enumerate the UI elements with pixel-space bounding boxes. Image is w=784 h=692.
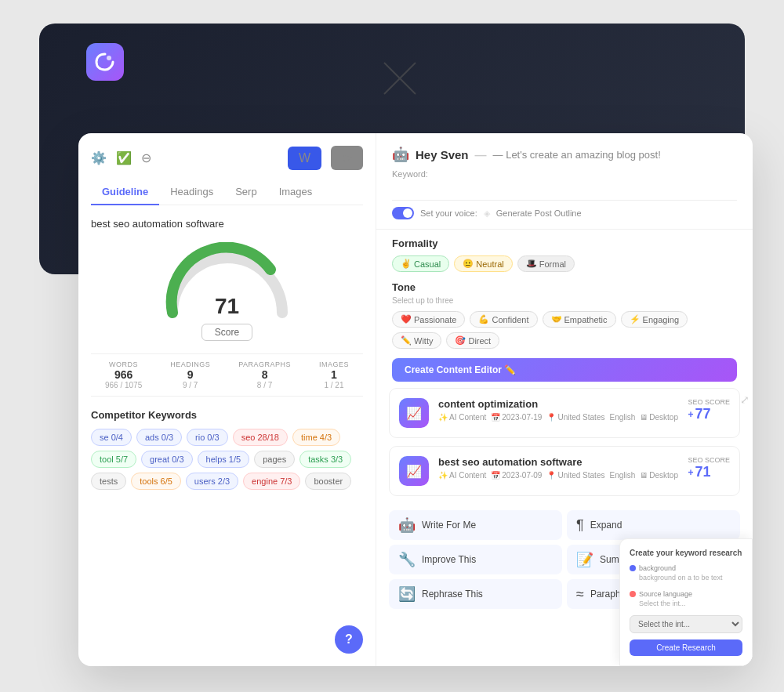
- research-item-1: backgroundbackground on a to be text: [630, 563, 742, 583]
- kw-time[interactable]: time 4/3: [292, 429, 340, 446]
- date-icon-2: 📅: [491, 471, 500, 480]
- formality-neutral[interactable]: 😐 Neutral: [454, 255, 512, 272]
- kw-ads[interactable]: ads 0/3: [136, 429, 182, 446]
- kw-tests[interactable]: tests: [91, 473, 126, 490]
- research-item-2: Source languageSelect the int...: [630, 589, 742, 609]
- images-value: 1: [319, 368, 349, 381]
- logo-area: [86, 43, 124, 81]
- stat-words: WORDS 966 966 / 1075: [105, 360, 142, 389]
- stats-row: WORDS 966 966 / 1075 HEADINGS 9 9 / 7 PA…: [91, 353, 363, 397]
- right-header: 🤖 Hey Sven — — Let's create an amazing b…: [376, 133, 753, 230]
- seo-score-val-2: 71: [688, 464, 730, 480]
- card-1-title: content optimization: [438, 398, 678, 410]
- wordpress-button[interactable]: W: [288, 147, 321, 170]
- keyword-input[interactable]: [392, 182, 737, 201]
- engaging-label: Engaging: [643, 315, 680, 324]
- kw-tasks[interactable]: tasks 3/3: [299, 451, 351, 468]
- card-2-info: best seo automation software ✨ AI Conten…: [438, 456, 678, 480]
- tone-empathetic[interactable]: 🤝 Empathetic: [543, 311, 616, 328]
- card-1-score: SEO Score 77: [688, 398, 730, 422]
- words-value: 966: [105, 368, 142, 381]
- minus-circle-icon[interactable]: ⊖: [141, 150, 151, 165]
- witty-emoji: ✏️: [401, 335, 412, 346]
- direct-emoji: 🎯: [455, 335, 466, 346]
- kw-users[interactable]: users 2/3: [186, 473, 238, 490]
- location-icon: 📍: [546, 413, 556, 422]
- tone-witty[interactable]: ✏️ Witty: [392, 332, 441, 349]
- paragraphs-label: PARAGRAPHS: [238, 360, 291, 368]
- formality-casual[interactable]: ✌️ Casual: [392, 255, 449, 272]
- kw-tools[interactable]: tools 6/5: [131, 473, 181, 490]
- help-button[interactable]: ?: [335, 625, 363, 654]
- card-2-location: 📍 United States: [546, 471, 604, 480]
- research-title: Create your keyword research: [630, 549, 742, 557]
- source-language-select[interactable]: Select the int...: [630, 615, 742, 633]
- seo-score-label-1: SEO Score: [688, 398, 730, 406]
- kw-booster[interactable]: booster: [305, 473, 351, 490]
- keyword-label: Keyword:: [392, 169, 737, 179]
- content-card-2[interactable]: 📈 best seo automation software ✨ AI Cont…: [389, 446, 740, 496]
- date-icon: 📅: [491, 413, 500, 422]
- tone-engaging[interactable]: ⚡ Engaging: [621, 311, 688, 328]
- casual-label: Casual: [414, 259, 441, 269]
- rephrase-this-button[interactable]: 🔄 Rephrase This: [389, 579, 562, 609]
- create-content-button[interactable]: Create Content Editor ✏️: [392, 358, 737, 382]
- improve-this-button[interactable]: 🔧 Improve This: [389, 545, 562, 574]
- tab-serp[interactable]: Serp: [224, 179, 267, 205]
- card-2-title: best seo automation software: [438, 456, 678, 468]
- write-for-me-button[interactable]: 🤖 Write For Me: [389, 510, 562, 540]
- kw-rio[interactable]: rio 0/3: [187, 429, 228, 446]
- kw-se[interactable]: se 0/4: [91, 429, 132, 446]
- kw-pages[interactable]: pages: [254, 451, 295, 468]
- tone-direct[interactable]: 🎯 Direct: [446, 332, 499, 349]
- tab-headings[interactable]: Headings: [159, 179, 224, 205]
- greeting-emoji: 🤖: [392, 146, 409, 163]
- tab-images[interactable]: Images: [268, 179, 324, 205]
- greeting-row: 🤖 Hey Sven — — Let's create an amazing b…: [392, 146, 737, 163]
- kw-tool[interactable]: tool 5/7: [91, 451, 136, 468]
- expand-icon[interactable]: ⤢: [740, 393, 750, 406]
- kw-seo[interactable]: seo 28/18: [233, 429, 288, 446]
- expand-button[interactable]: ¶ Expand: [567, 510, 740, 540]
- greeting-dash: —: [475, 148, 487, 161]
- voice-row: Set your voice: ◈ Generate Post Outline: [392, 207, 737, 219]
- tone-passionate[interactable]: ❤️ Passionate: [392, 311, 465, 328]
- confident-emoji: 💪: [478, 314, 489, 324]
- score-gauge: 71 Score: [91, 242, 363, 341]
- kw-engine[interactable]: engine 7/3: [243, 473, 300, 490]
- svg-point-0: [107, 56, 111, 60]
- outline-label: Generate Post Outline: [496, 208, 582, 218]
- headings-sub: 9 / 7: [170, 381, 210, 389]
- greeting-text: Hey Sven: [416, 148, 469, 161]
- check-icon[interactable]: ✅: [116, 150, 132, 165]
- improve-icon: 🔧: [398, 551, 416, 568]
- voice-toggle[interactable]: [392, 207, 414, 219]
- tab-guideline[interactable]: Guideline: [91, 179, 159, 205]
- confident-label: Confident: [492, 315, 528, 324]
- create-research-button[interactable]: Create Research: [630, 639, 742, 656]
- content-card-1[interactable]: 📈 content optimization ✨ AI Content 📅 20…: [389, 388, 740, 438]
- formality-formal[interactable]: 🎩 Formal: [517, 255, 575, 272]
- settings-icon[interactable]: ⚙️: [91, 150, 107, 165]
- headings-label: HEADINGS: [170, 360, 210, 368]
- share-button[interactable]: ➤: [331, 146, 363, 170]
- neutral-label: Neutral: [476, 259, 503, 269]
- paraphrase-icon: ≈: [576, 586, 584, 603]
- keyword-display: best seo automation software: [91, 218, 363, 230]
- card-2-device: 🖥 Desktop: [640, 471, 678, 480]
- voice-separator: ◈: [484, 208, 490, 219]
- kw-great[interactable]: great 0/3: [141, 451, 192, 468]
- research-overlay: Create your keyword research backgroundb…: [619, 538, 753, 666]
- kw-helps[interactable]: helps 1/5: [198, 451, 250, 468]
- words-label: WORDS: [105, 360, 142, 368]
- images-label: IMAGES: [319, 360, 349, 368]
- card-2-icon: 📈: [399, 456, 429, 486]
- tone-confident[interactable]: 💪 Confident: [470, 311, 537, 328]
- research-text-1: backgroundbackground on a to be text: [639, 563, 723, 583]
- card-1-location: 📍 United States: [546, 413, 604, 422]
- formality-section: Formality ✌️ Casual 😐 Neutral 🎩 Formal: [376, 230, 753, 278]
- share-icon: ➤: [342, 151, 352, 165]
- app-logo: [86, 43, 124, 81]
- images-sub: 1 / 21: [319, 381, 349, 389]
- location-icon-2: 📍: [546, 471, 556, 480]
